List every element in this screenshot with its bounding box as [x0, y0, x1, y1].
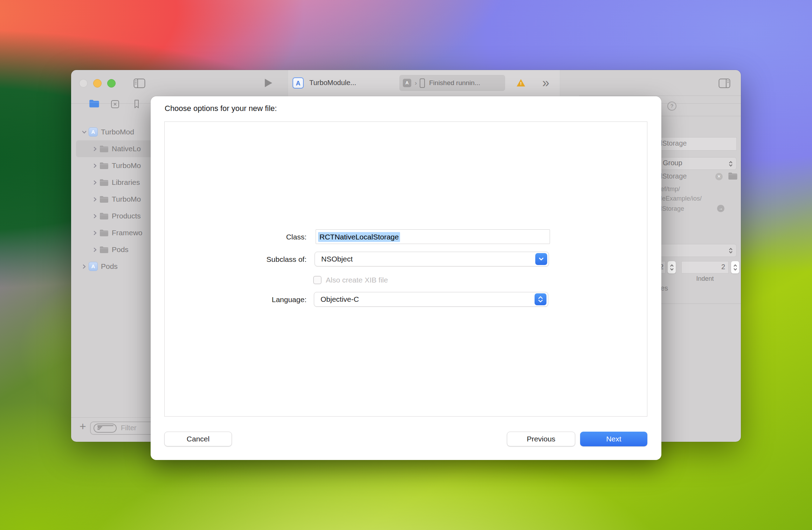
app-project-icon: A — [89, 262, 98, 271]
breadcrumb-chevron-icon: › — [415, 79, 417, 87]
folder-picker-icon[interactable] — [728, 172, 738, 181]
disclosure-right-icon[interactable] — [80, 264, 89, 270]
sidebar-item-label: Products — [112, 212, 141, 220]
disclosure-right-icon[interactable] — [90, 230, 99, 236]
xib-checkbox-label: Also create XIB file — [326, 276, 388, 284]
filter-placeholder: Filter — [121, 424, 136, 432]
full-path-line: lStorage — [661, 205, 684, 212]
zoom-button[interactable] — [107, 79, 116, 88]
folder-icon — [99, 245, 109, 254]
minimize-button[interactable] — [93, 79, 102, 88]
location-value: lStorage — [661, 172, 687, 180]
x-square-icon[interactable] — [111, 100, 119, 110]
sidebar-item-label: NativeLo — [112, 145, 141, 153]
warning-icon[interactable]: ! — [517, 79, 525, 86]
folder-icon — [99, 144, 109, 153]
language-label: Language: — [215, 295, 307, 304]
folder-icon — [99, 178, 109, 187]
chevron-down-icon[interactable] — [535, 253, 547, 265]
right-sidebar-toggle-icon[interactable] — [718, 78, 730, 90]
up-down-chevrons-icon — [728, 160, 734, 169]
up-down-chevrons-icon — [728, 247, 734, 256]
subclass-combobox[interactable]: NSObject — [315, 252, 549, 266]
status-app-icon: A — [403, 79, 411, 87]
disclosure-right-icon[interactable] — [90, 180, 99, 186]
dialog-title: Choose options for your new file: — [165, 104, 277, 113]
indent-width-field[interactable]: 2 — [681, 261, 729, 273]
app-project-icon: A — [89, 127, 98, 137]
activity-status-pill[interactable]: A › Finished runnin... — [399, 75, 505, 91]
full-path-line: ef/tmp/ — [661, 186, 680, 193]
left-sidebar-toggle-icon[interactable] — [133, 78, 145, 90]
sidebar-item-label: Pods — [112, 245, 129, 254]
path-arrow-button[interactable]: → — [717, 205, 724, 212]
language-value: Objective-C — [321, 295, 359, 304]
dialog-content-box — [164, 121, 647, 417]
type-popup-value: Group — [663, 159, 682, 167]
indent-width-stepper[interactable] — [731, 261, 739, 274]
cancel-button[interactable]: Cancel — [164, 432, 232, 446]
subclass-label: Subclass of: — [215, 255, 307, 264]
device-icon — [420, 78, 425, 88]
class-input-selected-text: RCTNativeLocalStorage — [318, 232, 400, 242]
xib-checkbox[interactable] — [313, 276, 322, 284]
bookmark-icon[interactable] — [132, 99, 141, 110]
sidebar-item-label: Libraries — [112, 178, 140, 187]
close-button[interactable] — [79, 79, 88, 88]
inspector-divider — [579, 96, 741, 96]
next-button[interactable]: Next — [580, 432, 647, 446]
sidebar-item-label: TurboMo — [112, 161, 141, 170]
tab-width-stepper[interactable] — [667, 261, 676, 274]
class-input[interactable]: RCTNativeLocalStorage — [316, 229, 550, 244]
sidebar-item-label: TurboMo — [112, 195, 141, 203]
disclosure-right-icon[interactable] — [90, 196, 99, 202]
scheme-app-icon: A — [293, 77, 304, 89]
full-path-line: leExample/ios/ — [661, 195, 702, 202]
class-label: Class: — [215, 233, 307, 241]
disclosure-right-icon[interactable] — [90, 213, 99, 219]
up-down-chevrons-icon[interactable] — [535, 293, 546, 305]
folder-icon — [99, 228, 109, 237]
folder-icon — [99, 161, 109, 170]
filter-input[interactable]: Filter — [90, 421, 160, 435]
folder-icon — [99, 195, 109, 204]
filter-options-icon[interactable] — [94, 424, 117, 433]
run-button[interactable] — [265, 79, 272, 87]
new-file-options-dialog: Choose options for your new file: Class:… — [151, 96, 661, 460]
scheme-title[interactable]: TurboModule... — [309, 79, 356, 87]
language-popup[interactable]: Objective-C — [314, 292, 548, 307]
sidebar-item-label: Pods — [101, 262, 118, 271]
disclosure-right-icon[interactable] — [90, 163, 99, 169]
sidebar-item-label: Framewo — [112, 229, 143, 237]
disclosure-right-icon[interactable] — [90, 146, 99, 152]
folder-icon — [99, 211, 109, 221]
project-navigator-folder-icon[interactable] — [89, 99, 99, 109]
disclosure-right-icon[interactable] — [90, 247, 99, 253]
indent-width-value: 2 — [721, 263, 725, 271]
warning-glyph: ! — [520, 81, 522, 86]
disclosure-down-icon[interactable] — [80, 129, 89, 135]
chevron-down-icon — [97, 425, 113, 426]
toolbar-overflow-icon[interactable]: » — [542, 76, 549, 90]
navigator-tab-bar — [71, 99, 152, 113]
sidebar-item-label: TurboMod — [101, 128, 134, 136]
help-button[interactable]: ? — [667, 102, 676, 111]
add-button[interactable]: + — [80, 420, 86, 433]
subclass-value: NSObject — [321, 255, 353, 263]
status-text: Finished runnin... — [429, 79, 480, 87]
indent-label: Indent — [681, 275, 729, 283]
file-name-value: lStorage — [661, 139, 687, 147]
clear-location-button[interactable]: ✕ — [715, 173, 723, 180]
truncated-inspector-text: es — [661, 284, 668, 292]
previous-button[interactable]: Previous — [507, 432, 575, 446]
